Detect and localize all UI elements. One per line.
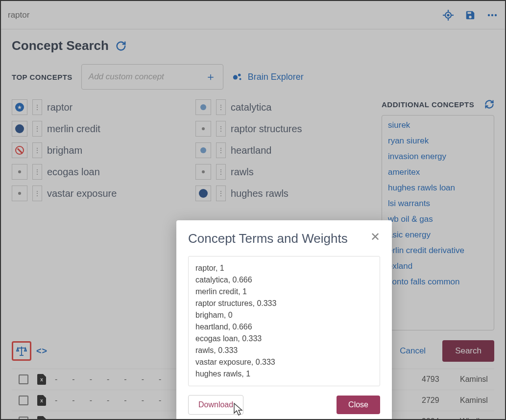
- brain-explorer-label: Brain Explorer: [248, 72, 304, 82]
- file-icon: x: [37, 395, 46, 406]
- concept-label: raptor: [47, 102, 72, 113]
- tab-title: raptor: [8, 10, 442, 20]
- concept-status-icon[interactable]: [12, 142, 27, 158]
- drag-handle-icon[interactable]: ⋮: [32, 121, 42, 137]
- locate-icon[interactable]: [442, 9, 454, 21]
- concept-label: ecogas loan: [47, 166, 100, 178]
- code-view-button[interactable]: < >: [36, 346, 46, 356]
- svg-point-9: [233, 75, 238, 79]
- add-icon[interactable]: ＋: [205, 70, 216, 84]
- brain-explorer-icon: [232, 71, 243, 82]
- row-number: 2729: [422, 396, 451, 405]
- svg-point-8: [495, 14, 497, 16]
- concept-label: heartland: [231, 145, 271, 156]
- concept-item[interactable]: ⋮raptor structures: [195, 121, 364, 137]
- search-button[interactable]: Search: [442, 340, 494, 362]
- drag-handle-icon[interactable]: ⋮: [32, 186, 42, 201]
- concept-item[interactable]: ⋮hughes rawls: [195, 186, 364, 201]
- additional-concept-link[interactable]: erlin credit derivative: [388, 246, 494, 256]
- modal-terms-textarea[interactable]: raptor, 1 catalytica, 0.666 merlin credi…: [188, 256, 380, 386]
- concept-status-icon[interactable]: [12, 121, 27, 137]
- refresh-additional-icon[interactable]: [484, 99, 494, 109]
- drag-handle-icon[interactable]: ⋮: [216, 186, 226, 201]
- concept-status-icon[interactable]: [195, 142, 211, 158]
- svg-point-10: [238, 74, 241, 77]
- row-checkbox[interactable]: [19, 417, 28, 420]
- concept-status-icon[interactable]: [12, 186, 27, 201]
- modal-title: Concept Terms and Weights: [188, 231, 348, 246]
- file-icon: x: [37, 374, 46, 385]
- concept-status-icon[interactable]: [195, 186, 211, 201]
- additional-concept-link[interactable]: asic energy: [388, 230, 494, 240]
- additional-concepts-header: ADDITIONAL CONCEPTS: [382, 99, 494, 109]
- concept-label: vastar exposure: [47, 188, 117, 199]
- close-button[interactable]: Close: [337, 396, 380, 414]
- concept-weights-modal: Concept Terms and Weights ✕ raptor, 1 ca…: [176, 220, 392, 420]
- additional-concept-link[interactable]: hughes rawls loan: [388, 183, 494, 193]
- cancel-button[interactable]: Cancel: [390, 340, 435, 362]
- controls-row: TOP CONCEPTS Add custom concept ＋ Brain …: [12, 64, 494, 90]
- drag-handle-icon[interactable]: ⋮: [32, 142, 42, 158]
- drag-handle-icon[interactable]: ⋮: [216, 99, 226, 115]
- row-number: 9004: [422, 417, 451, 420]
- concept-item[interactable]: ⋮heartland: [195, 142, 364, 158]
- modal-footer: Download Close: [188, 395, 380, 415]
- bottom-bar-right: Cancel Search: [390, 340, 494, 362]
- topbar-icons: [442, 9, 498, 21]
- brain-explorer-link[interactable]: Brain Explorer: [232, 71, 304, 82]
- concept-item[interactable]: ⋮merlin credit: [12, 121, 181, 137]
- concept-column-left: ★⋮raptor⋮merlin credit⋮brigham⋮ecogas lo…: [12, 99, 181, 330]
- concept-label: merlin credit: [47, 123, 100, 135]
- additional-concept-link[interactable]: ryan siurek: [388, 136, 494, 146]
- drag-handle-icon[interactable]: ⋮: [32, 164, 42, 180]
- additional-concept-link[interactable]: invasion energy: [388, 152, 494, 162]
- additional-concept-link[interactable]: exland: [388, 261, 494, 271]
- custom-concept-placeholder: Add custom concept: [89, 72, 164, 82]
- svg-point-6: [488, 14, 490, 16]
- bottom-bar-left: < >: [12, 341, 46, 361]
- custom-concept-input[interactable]: Add custom concept ＋: [81, 64, 223, 90]
- drag-handle-icon[interactable]: ⋮: [216, 121, 226, 137]
- drag-handle-icon[interactable]: ⋮: [32, 99, 42, 115]
- row-checkbox[interactable]: [19, 396, 28, 405]
- modal-header: Concept Terms and Weights ✕: [188, 231, 380, 246]
- row-name: Kaminsl: [460, 396, 494, 405]
- concept-status-icon[interactable]: [12, 164, 27, 180]
- page-title: Concept Search: [12, 38, 109, 53]
- additional-concept-link[interactable]: ameritex: [388, 167, 494, 177]
- additional-concept-link[interactable]: wb oil & gas: [388, 214, 494, 224]
- row-checkbox[interactable]: [19, 374, 28, 384]
- row-name: Kaminsl: [460, 375, 494, 384]
- concept-item[interactable]: ⋮ecogas loan: [12, 164, 181, 180]
- save-icon[interactable]: [465, 10, 476, 21]
- svg-point-1: [448, 14, 449, 16]
- download-button[interactable]: Download: [188, 395, 243, 415]
- concept-item[interactable]: ⋮vastar exposure: [12, 186, 181, 201]
- svg-point-11: [239, 78, 241, 80]
- additional-concept-link[interactable]: conto falls common: [388, 277, 494, 287]
- concept-status-icon[interactable]: [195, 99, 211, 115]
- close-icon[interactable]: ✕: [370, 231, 380, 243]
- row-number: 4793: [422, 375, 451, 384]
- concept-item[interactable]: ⋮rawls: [195, 164, 364, 180]
- additional-concept-link[interactable]: lsi warrants: [388, 199, 494, 209]
- drag-handle-icon[interactable]: ⋮: [216, 164, 226, 180]
- concept-item[interactable]: ★⋮raptor: [12, 99, 181, 115]
- concept-status-icon[interactable]: [195, 121, 211, 137]
- additional-panel: ADDITIONAL CONCEPTS siurekryan siurekinv…: [382, 99, 494, 330]
- refresh-icon[interactable]: [116, 41, 126, 51]
- concept-item[interactable]: ⋮brigham: [12, 142, 181, 158]
- row-name: Whalle: [460, 417, 494, 420]
- svg-point-7: [491, 14, 493, 16]
- weights-button[interactable]: [12, 341, 31, 361]
- more-icon[interactable]: [486, 9, 498, 21]
- concept-status-icon[interactable]: [195, 164, 211, 180]
- drag-handle-icon[interactable]: ⋮: [216, 142, 226, 158]
- concept-label: rawls: [231, 166, 254, 178]
- concept-status-icon[interactable]: ★: [12, 99, 27, 115]
- additional-concepts-list[interactable]: siurekryan siurekinvasion energyameritex…: [382, 115, 494, 330]
- concept-item[interactable]: ⋮catalytica: [195, 99, 364, 115]
- concept-label: catalytica: [231, 102, 271, 113]
- concept-label: brigham: [47, 145, 82, 156]
- additional-concept-link[interactable]: siurek: [388, 120, 494, 130]
